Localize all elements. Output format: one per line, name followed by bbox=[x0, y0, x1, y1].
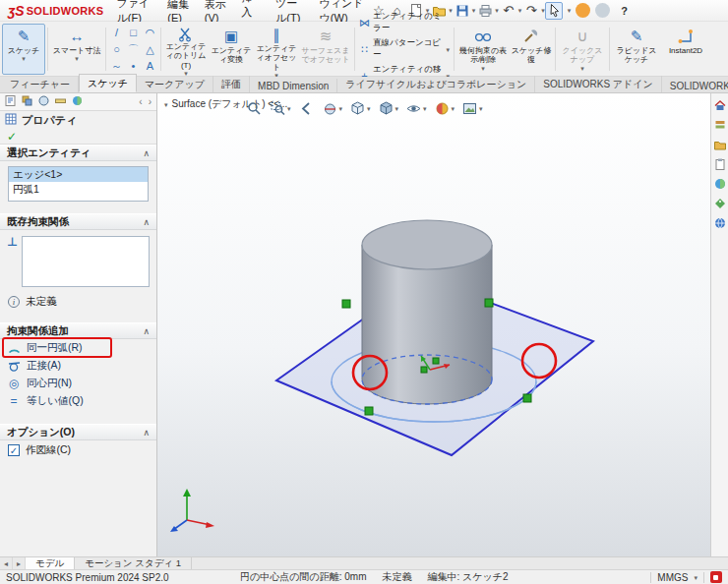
repair-sketch-button[interactable]: スケッチ修復 bbox=[510, 24, 553, 75]
pattern-tools-group: ⋈ エンティティのミラー ∷ 直線パターンコピー ▾ + エンティティの移動 ▾ bbox=[357, 24, 452, 75]
point-tool-icon[interactable]: • bbox=[125, 58, 142, 75]
instant2d-icon bbox=[678, 27, 694, 46]
relation-tangent-button[interactable]: 正接(A) bbox=[0, 357, 156, 375]
construction-label: 作図線(C) bbox=[26, 443, 71, 457]
linear-pattern-button[interactable]: ∷ 直線パターンコピー ▾ bbox=[357, 36, 452, 62]
selected-entities-list[interactable]: エッジ<1> 円弧1 bbox=[8, 166, 149, 202]
doc-tabs-scroll-left-icon[interactable]: ◂ bbox=[0, 557, 13, 569]
redo-icon[interactable]: ↷ bbox=[522, 2, 540, 20]
rapid-sketch-button[interactable]: ✎ ラピッドスケッチ bbox=[612, 24, 661, 75]
appearances-icon[interactable] bbox=[713, 177, 727, 191]
manager-tab-strip: ‹ › bbox=[0, 93, 156, 111]
ribbon-tab-bar: フィーチャー スケッチ マークアップ 評価 MBD Dimension ライフサ… bbox=[0, 77, 728, 93]
ok-button[interactable]: ✓ bbox=[7, 130, 17, 144]
dimxpert-manager-tab-icon[interactable] bbox=[54, 94, 67, 109]
instant2d-button[interactable]: Instant2D bbox=[661, 24, 710, 75]
text-tool-icon[interactable]: A bbox=[142, 58, 158, 75]
resources-home-icon[interactable] bbox=[713, 98, 727, 112]
select-cursor-icon[interactable] bbox=[545, 2, 563, 20]
convert-entities-button[interactable]: ▣ エンティティ変換 bbox=[209, 24, 254, 75]
display-manager-tab-icon[interactable] bbox=[71, 94, 84, 109]
model-scene[interactable] bbox=[157, 93, 710, 556]
arc-tool-icon[interactable]: ◠ bbox=[142, 25, 158, 41]
relation-concentric-button[interactable]: ◎ 同心円(N) bbox=[0, 375, 156, 392]
tab-motion-study[interactable]: モーション スタディ 1 bbox=[75, 557, 192, 569]
feature-manager-tab-icon[interactable] bbox=[4, 94, 17, 109]
apply-scene-button[interactable]: ▾ bbox=[459, 98, 485, 119]
tab-evaluate[interactable]: 評価 bbox=[213, 76, 250, 92]
cylinder-body[interactable] bbox=[362, 220, 492, 404]
main-area: ‹ › プロパティ ✓ 選択エンティティ ∧ エッジ<1> 円弧1 既存拘束関係… bbox=[0, 93, 728, 556]
display-style-button[interactable]: ▾ bbox=[376, 98, 401, 119]
tab-solidworks-addins[interactable]: SOLIDWORKS アドイン bbox=[535, 76, 662, 92]
previous-view-button[interactable] bbox=[296, 98, 317, 119]
rectangle-tool-icon[interactable]: □ bbox=[125, 25, 142, 41]
tab-lifecycle-collaboration[interactable]: ライフサイクルおよびコラボレーション bbox=[337, 76, 535, 92]
relation-coradial-button[interactable]: 同一円弧(R) bbox=[0, 339, 156, 357]
relation-equal-button[interactable]: = 等しい値(Q) bbox=[0, 392, 156, 410]
section-view-button[interactable]: ▾ bbox=[320, 98, 345, 119]
select-cursor-caret[interactable]: ▾ bbox=[568, 7, 572, 14]
file-explorer-icon[interactable] bbox=[713, 138, 727, 151]
mirror-entities-button[interactable]: ⋈ エンティティのミラー bbox=[357, 10, 452, 35]
user-account-icon[interactable] bbox=[576, 3, 590, 18]
status-divider bbox=[703, 572, 704, 583]
trim-entities-button[interactable]: エンティティのトリム(T) ▾ bbox=[163, 24, 209, 75]
polygon-tool-icon[interactable]: △ bbox=[142, 41, 158, 58]
help-icon[interactable]: ? bbox=[615, 5, 634, 17]
property-manager-tab-icon[interactable] bbox=[21, 94, 33, 109]
configuration-manager-tab-icon[interactable] bbox=[37, 94, 50, 109]
zoom-fit-button[interactable] bbox=[244, 98, 265, 119]
tab-solidworks-cam[interactable]: SOLIDWORKS CAM bbox=[662, 79, 728, 92]
offset-entities-button[interactable]: ∥ エンティティオフセット ▾ bbox=[254, 24, 299, 75]
units-caret-icon[interactable]: ▾ bbox=[694, 574, 698, 581]
fillet-tool-icon[interactable]: ⌒ bbox=[125, 41, 142, 58]
tab-mbd-dimension[interactable]: MBD Dimension bbox=[250, 79, 337, 92]
manager-tabs-scroll-left-icon[interactable]: ‹ bbox=[138, 96, 143, 107]
hide-show-items-button[interactable]: ▾ bbox=[403, 98, 429, 119]
forum-globe-icon[interactable] bbox=[713, 216, 727, 230]
view-orientation-button[interactable]: ▾ bbox=[347, 98, 373, 119]
linear-pattern-icon: ∷ bbox=[359, 43, 370, 56]
notifications-icon[interactable] bbox=[595, 3, 610, 18]
line-tool-icon[interactable]: / bbox=[108, 25, 125, 41]
circle-tool-icon[interactable]: ○ bbox=[108, 41, 125, 58]
selected-entities-section-header[interactable]: 選択エンティティ ∧ bbox=[0, 145, 156, 161]
panel-title: プロパティ bbox=[22, 113, 77, 128]
existing-relations-list[interactable] bbox=[22, 236, 150, 287]
undo-caret[interactable]: ▾ bbox=[518, 7, 522, 14]
spline-tool-icon[interactable]: ～ bbox=[108, 58, 125, 75]
status-bar: SOLIDWORKS Premium 2024 SP2.0 円の中心点の間の距離… bbox=[0, 569, 728, 584]
property-manager-actions: ✓ bbox=[0, 129, 156, 145]
print-caret[interactable]: ▾ bbox=[495, 7, 499, 14]
tab-features[interactable]: フィーチャー bbox=[2, 76, 79, 92]
construction-checkbox[interactable]: ✓ bbox=[8, 444, 20, 456]
list-item-arc[interactable]: 円弧1 bbox=[9, 182, 148, 197]
tab-model[interactable]: モデル bbox=[26, 557, 75, 569]
add-relations-section-header[interactable]: 拘束関係追加 ∧ bbox=[0, 322, 156, 339]
print-icon[interactable] bbox=[476, 2, 494, 20]
units-selector[interactable]: MMGS bbox=[657, 572, 688, 583]
zoom-area-button[interactable]: ▾ bbox=[268, 98, 293, 119]
options-section-header[interactable]: オプション(O) ∧ bbox=[0, 424, 156, 440]
graphics-area[interactable]: ▾ Surface (デフォルト) <<... ▾ ▾ ▾ bbox=[157, 93, 710, 556]
display-relations-button[interactable]: 幾何拘束の表示/削除 ▾ bbox=[456, 24, 510, 75]
view-palette-icon[interactable] bbox=[713, 157, 727, 171]
smart-dimension-button[interactable]: ↔ スマート寸法 ▾ bbox=[50, 24, 103, 75]
list-item-edge[interactable]: エッジ<1> bbox=[9, 167, 148, 182]
edit-appearance-button[interactable]: ▾ bbox=[432, 98, 457, 119]
save-icon[interactable] bbox=[454, 2, 471, 20]
custom-properties-icon[interactable] bbox=[713, 197, 727, 210]
configuration-caret-icon: ▾ bbox=[164, 101, 168, 108]
design-library-icon[interactable] bbox=[713, 118, 727, 132]
sketch-button[interactable]: ✎ スケッチ ▾ bbox=[2, 24, 45, 75]
tab-markup[interactable]: マークアップ bbox=[137, 76, 213, 92]
perpendicular-relation-icon: ⊥ bbox=[7, 236, 18, 287]
undo-icon[interactable]: ↶ bbox=[500, 2, 517, 20]
doc-tabs-scroll-right-icon[interactable]: ▸ bbox=[13, 557, 26, 569]
alert-badge-icon[interactable] bbox=[710, 571, 722, 583]
manager-tabs-scroll-right-icon[interactable]: › bbox=[148, 96, 152, 107]
existing-relations-section-header[interactable]: 既存拘束関係 ∧ bbox=[0, 213, 156, 230]
tab-sketch[interactable]: スケッチ bbox=[79, 74, 137, 92]
save-caret[interactable]: ▾ bbox=[472, 7, 476, 14]
